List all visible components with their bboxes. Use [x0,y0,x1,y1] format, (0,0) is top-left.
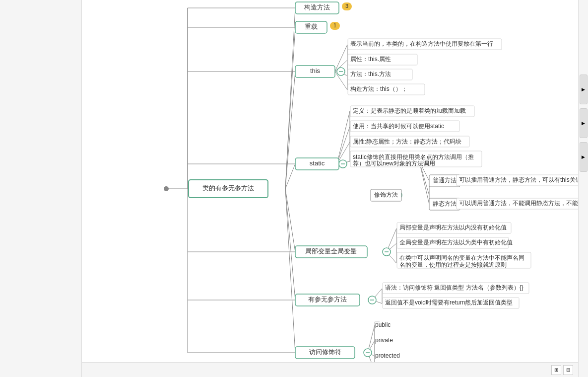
static-node-label: static [310,159,325,167]
this-prop-note: 属性：this.属性 [350,56,391,63]
overload-node-label: 重载 [305,23,318,30]
protected-label: protected [375,352,400,359]
svg-line-25 [337,111,350,164]
bottom-icon-1[interactable]: ⊞ [551,365,561,375]
local-global-node-label: 局部变量全局变量 [305,247,357,255]
params-node-label: 有参无参方法 [308,296,347,303]
static-method-note: 可以调用普通方法，不能调用静态方法，不能有this关键字 [459,200,578,207]
left-sidebar [0,0,82,377]
bottom-bar: ⊞ ⊟ [82,362,578,377]
svg-line-34 [419,161,429,204]
normal-method-node-label: 普通方法 [433,177,457,184]
static-use-note: 使用：当共享的时候可以使用static [353,123,444,130]
static-def-note: 定义：是表示静态的是顺着类的加载而加载 [353,107,466,114]
private-label: private [375,337,393,344]
normal-method-note: 可以插用普通方法，静态方法，可以有this关键字 [459,176,578,183]
global-desc-note: 全局变量是声明在方法以为类中有初始化值 [399,239,513,246]
static-prop-note: 属性:静态属性；方法：静态方法；代码块 [353,138,461,145]
static-call-note-line2: 荐）也可以new对象的方法调用 [353,160,435,167]
bottom-icon-2[interactable]: ⊟ [563,365,573,375]
decorator-node-label: 修饰方法 [374,191,398,198]
main-canvas: 类的有参无参方法 构造方法 3 重载 1 this 表示当前的，本类的，在构造方… [82,0,578,377]
right-bar-btn-1[interactable]: ▶ [580,75,588,104]
this-node-label: this [310,67,321,75]
static-method-node-label: 静态方法 [433,200,457,207]
overload-badge: 1 [333,22,336,28]
svg-line-2 [285,72,295,189]
main-node-label: 类的有参无参方法 [202,184,254,192]
this-desc-note: 表示当前的，本类的，在构造方法中使用要放在第一行 [350,40,493,47]
svg-line-5 [285,189,295,300]
svg-line-1 [285,27,295,189]
constructors-node-label: 构造方法 [304,3,330,11]
right-bar-btn-3[interactable]: ▶ [580,142,588,172]
same-name-note-line1: 在类中可以声明同名的变量在方法中不能声名同 [399,254,524,261]
right-bar-btn-2[interactable]: ▶ [580,108,588,138]
constructors-badge: 3 [345,3,348,9]
right-sidebar: ▶ ▶ ▶ [578,0,588,377]
same-name-note-line2: 名的变量，使用的过程走是按照就近原则 [399,261,507,268]
this-method-note: 方法：this.方法 [350,71,391,77]
params-return-note: 返回值不是void时需要有return然后加返回值类型 [385,299,513,306]
public-label: public [375,321,391,328]
static-call-note-line1: static修饰的直接用使用类名点的方法调用（推 [353,153,474,160]
this-constructor-note: 构造方法：this（）； [350,85,407,92]
local-desc-note: 局部变量是声明在方法以内没有初始化值 [399,224,507,231]
page-container: 类的有参无参方法 构造方法 3 重载 1 this 表示当前的，本类的，在构造方… [0,0,588,377]
svg-line-6 [285,189,295,353]
access-node-label: 访问修饰符 [309,348,341,356]
params-syntax-note: 语法：访问修饰符 返回值类型 方法名（参数列表）{} [385,284,523,291]
mindmap-svg: 类的有参无参方法 构造方法 3 重载 1 this 表示当前的，本类的，在构造方… [82,0,578,377]
svg-point-17 [164,186,169,191]
